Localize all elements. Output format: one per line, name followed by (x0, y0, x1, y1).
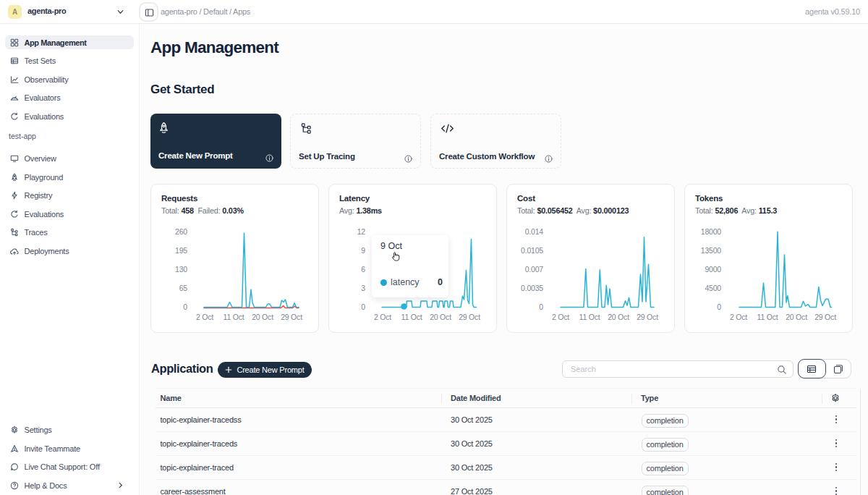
svg-text:29 Oct: 29 Oct (281, 313, 302, 321)
svg-text:3: 3 (361, 284, 365, 292)
svg-text:260: 260 (175, 227, 187, 236)
svg-text:0.0105: 0.0105 (521, 246, 543, 255)
svg-text:29 Oct: 29 Oct (459, 313, 480, 321)
svg-text:0: 0 (183, 302, 187, 311)
svg-text:0.014: 0.014 (525, 227, 544, 236)
svg-text:4500: 4500 (705, 284, 721, 292)
svg-text:20 Oct: 20 Oct (608, 313, 629, 321)
svg-text:12: 12 (357, 227, 366, 236)
svg-text:2 Oct: 2 Oct (730, 313, 747, 321)
svg-text:9: 9 (361, 246, 365, 255)
svg-text:20 Oct: 20 Oct (430, 313, 451, 321)
svg-text:2 Oct: 2 Oct (374, 313, 391, 321)
svg-text:0: 0 (717, 302, 721, 311)
svg-text:11 Oct: 11 Oct (579, 313, 600, 321)
svg-text:0.007: 0.007 (525, 265, 544, 274)
svg-text:11 Oct: 11 Oct (757, 313, 778, 321)
svg-text:13500: 13500 (701, 246, 722, 255)
svg-text:0.0035: 0.0035 (521, 284, 543, 292)
svg-text:29 Oct: 29 Oct (637, 313, 658, 321)
svg-text:65: 65 (179, 284, 188, 292)
svg-text:6: 6 (361, 265, 365, 274)
svg-text:20 Oct: 20 Oct (786, 313, 807, 321)
svg-text:130: 130 (175, 265, 187, 274)
svg-text:195: 195 (175, 246, 187, 255)
svg-text:29 Oct: 29 Oct (814, 313, 836, 321)
svg-text:18000: 18000 (701, 227, 722, 236)
svg-text:2 Oct: 2 Oct (552, 313, 569, 321)
svg-text:0: 0 (361, 302, 365, 311)
svg-text:11 Oct: 11 Oct (401, 313, 422, 321)
svg-text:20 Oct: 20 Oct (252, 313, 273, 321)
svg-text:2 Oct: 2 Oct (196, 313, 213, 321)
svg-text:11 Oct: 11 Oct (224, 313, 244, 321)
svg-text:9000: 9000 (705, 265, 721, 274)
svg-text:0: 0 (539, 302, 543, 311)
